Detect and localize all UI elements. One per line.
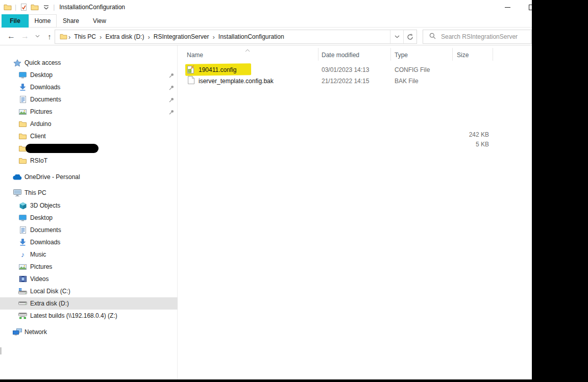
videos-icon xyxy=(18,276,28,282)
search-icon xyxy=(429,33,436,41)
tab-view[interactable]: View xyxy=(85,14,114,28)
file-row-190411-config[interactable]: 190411.config 03/01/2023 14:13 CONFIG Fi… xyxy=(178,64,532,76)
search-input[interactable] xyxy=(441,33,525,40)
file-explorer-window: | | InstallationConfiguration File Home … xyxy=(0,0,588,382)
column-header-date-modified[interactable]: Date modified xyxy=(322,49,359,61)
file-type: CONFIG File xyxy=(395,64,430,76)
pictures-icon xyxy=(18,109,28,115)
column-separator[interactable] xyxy=(318,48,318,61)
breadcrumb-folder-icon xyxy=(59,31,68,42)
desktop-icon xyxy=(18,72,28,79)
sidebar-item-videos[interactable]: Videos xyxy=(0,273,178,285)
refresh-icon[interactable] xyxy=(403,30,416,43)
address-bar[interactable]: › This PC › Extra disk (D:) › RSIntegrat… xyxy=(55,30,417,44)
sidebar-item-rsiot[interactable]: RSIoT xyxy=(0,155,178,167)
window-title: InstallationConfiguration xyxy=(59,4,125,11)
column-separator[interactable] xyxy=(493,48,493,61)
breadcrumb-rsintegrationserver[interactable]: RSIntegrationServer xyxy=(151,33,212,40)
address-history-chevron-icon[interactable] xyxy=(390,30,403,43)
column-separator[interactable] xyxy=(452,48,453,61)
sidebar-item-downloads-pinned[interactable]: Downloads xyxy=(0,81,178,93)
file-name[interactable]: iserver_template.config.bak xyxy=(199,75,274,87)
sidebar-item-label: Pictures xyxy=(30,108,52,115)
pictures-icon xyxy=(18,264,28,270)
sidebar-item-music[interactable]: ♪ Music xyxy=(0,248,178,261)
breadcrumb-extra-disk[interactable]: Extra disk (D:) xyxy=(102,33,147,40)
sidebar-item-label: RSIoT xyxy=(30,157,47,164)
downloads-icon xyxy=(18,239,28,246)
minimize-button[interactable] xyxy=(500,0,515,14)
sidebar-item-network[interactable]: Network xyxy=(0,326,178,338)
tab-home[interactable]: Home xyxy=(29,14,57,28)
properties-quick-button[interactable] xyxy=(18,2,29,13)
pin-icon xyxy=(169,72,174,80)
redaction-area-right xyxy=(532,0,588,382)
recent-locations-chevron-icon[interactable] xyxy=(32,28,43,44)
sidebar-item-onedrive[interactable]: OneDrive - Personal xyxy=(0,171,178,183)
sidebar-item-pictures[interactable]: Pictures xyxy=(0,261,178,273)
navigation-pane: Quick access Desktop Downloads Documents… xyxy=(0,45,178,379)
sidebar-item-label: Videos xyxy=(30,275,48,283)
sidebar-item-local-disk-c[interactable]: Local Disk (C:) xyxy=(0,285,178,297)
column-header-name[interactable]: Name xyxy=(187,49,203,61)
file-list-pane: Name Date modified Type Size 190411.conf… xyxy=(178,45,532,379)
sidebar-item-label: 3D Objects xyxy=(30,202,60,209)
sidebar-item-label: Latest builds (\\192.168.0.4) (Z:) xyxy=(30,312,117,319)
column-header-size[interactable]: Size xyxy=(457,49,469,61)
navigation-toolbar: ← → ↑ › This PC › Extra disk (D:) › RSIn… xyxy=(0,28,532,45)
back-button[interactable]: ← xyxy=(4,28,18,44)
column-separator[interactable] xyxy=(390,48,391,61)
tab-file[interactable]: File xyxy=(2,14,29,28)
main-area: Quick access Desktop Downloads Documents… xyxy=(0,45,532,379)
bak-file-icon xyxy=(188,76,194,86)
sidebar-item-label: Arduino xyxy=(30,120,51,128)
sidebar-item-label: Extra disk (D:) xyxy=(30,300,69,307)
sidebar-item-client[interactable]: Client xyxy=(0,130,178,142)
this-pc-monitor-icon xyxy=(12,189,22,196)
sidebar-item-documents[interactable]: Documents xyxy=(0,224,178,236)
column-header-type[interactable]: Type xyxy=(395,49,408,61)
breadcrumb-this-pc[interactable]: This PC xyxy=(71,33,99,40)
sidebar-scrollbar-remnant[interactable] xyxy=(0,347,2,354)
sidebar-item-desktop[interactable]: Desktop xyxy=(0,212,178,224)
sidebar-item-this-pc[interactable]: This PC xyxy=(0,187,178,199)
file-name[interactable]: 190411.config xyxy=(199,64,237,76)
sidebar-item-label: Downloads xyxy=(30,84,60,91)
search-box[interactable] xyxy=(423,30,532,44)
quick-access-toolbar-dropdown-icon[interactable] xyxy=(40,2,52,13)
titlebar: | | InstallationConfiguration xyxy=(0,0,588,14)
sidebar-item-quick-access[interactable]: Quick access xyxy=(0,57,178,69)
forward-button[interactable]: → xyxy=(18,28,32,44)
sidebar-item-pictures-pinned[interactable]: Pictures xyxy=(0,106,178,118)
onedrive-cloud-icon xyxy=(12,174,22,180)
sidebar-item-label: OneDrive - Personal xyxy=(24,173,80,181)
folder-icon xyxy=(18,158,28,164)
network-drive-icon xyxy=(18,313,28,319)
file-type: BAK File xyxy=(395,75,419,87)
downloads-icon xyxy=(18,84,28,91)
sidebar-item-arduino[interactable]: Arduino xyxy=(0,118,178,130)
breadcrumb-installationconfiguration[interactable]: InstallationConfiguration xyxy=(215,33,287,40)
file-date-modified: 03/01/2023 14:13 xyxy=(322,64,369,76)
music-note-icon: ♪ xyxy=(18,251,28,258)
sidebar-item-redacted[interactable] xyxy=(0,142,178,155)
sidebar-item-downloads[interactable]: Downloads xyxy=(0,236,178,248)
documents-icon xyxy=(18,226,28,234)
file-size: 242 KB xyxy=(433,130,489,140)
sidebar-item-label: Quick access xyxy=(24,59,61,66)
extra-disk-d-icon xyxy=(18,301,28,306)
sidebar-item-label: This PC xyxy=(24,189,46,196)
sidebar-item-3d-objects[interactable]: 3D Objects xyxy=(0,199,178,212)
sidebar-item-documents-pinned[interactable]: Documents xyxy=(0,93,178,106)
sidebar-item-desktop-pinned[interactable]: Desktop xyxy=(0,69,178,81)
sidebar-item-label: Pictures xyxy=(30,263,52,270)
breadcrumb: › This PC › Extra disk (D:) › RSIntegrat… xyxy=(55,31,390,42)
redaction-bar xyxy=(26,144,99,153)
tab-share[interactable]: Share xyxy=(57,14,85,28)
sidebar-item-label: Local Disk (C:) xyxy=(30,288,70,295)
titlebar-separator: | xyxy=(15,4,16,11)
file-row-iserver-template[interactable]: iserver_template.config.bak 21/12/2022 1… xyxy=(178,75,532,87)
new-folder-quick-button[interactable] xyxy=(29,2,40,13)
sidebar-item-latest-builds-z[interactable]: Latest builds (\\192.168.0.4) (Z:) xyxy=(0,310,178,322)
sidebar-item-extra-disk-d[interactable]: Extra disk (D:) xyxy=(0,297,178,310)
